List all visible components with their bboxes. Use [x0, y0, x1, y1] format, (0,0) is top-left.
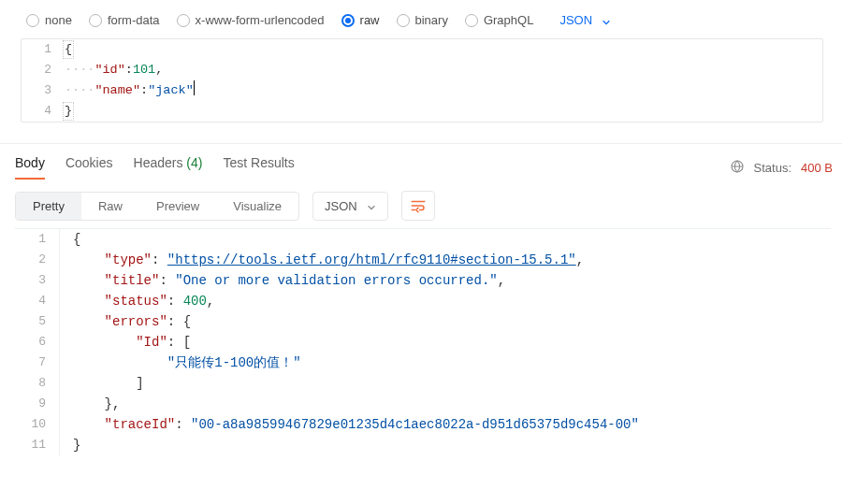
body-format-dropdown[interactable]: JSON: [559, 13, 611, 27]
view-preview-button[interactable]: Preview: [139, 193, 216, 220]
radio-label: form-data: [108, 13, 160, 27]
code-content[interactable]: "status": 400,: [60, 291, 831, 311]
line-number: 7: [15, 353, 60, 373]
radio-label: raw: [360, 13, 380, 27]
view-raw-button[interactable]: Raw: [81, 193, 139, 220]
code-content[interactable]: {: [60, 229, 831, 250]
line-number: 2: [15, 250, 60, 270]
body-type-none[interactable]: none: [26, 13, 72, 27]
body-type-binary[interactable]: binary: [397, 13, 448, 27]
line-number: 4: [22, 101, 65, 122]
body-type-row: noneform-datax-www-form-urlencodedrawbin…: [0, 0, 842, 38]
line-number: 1: [15, 229, 60, 250]
tab-test-results[interactable]: Test Results: [223, 155, 294, 180]
code-line: 6 "Id": [: [15, 332, 831, 353]
body-type-form-data[interactable]: form-data: [89, 13, 160, 27]
code-content[interactable]: "Id": [: [60, 332, 831, 353]
code-line: 3 "title": "One or more validation error…: [15, 270, 831, 291]
code-content[interactable]: "type": "https://tools.ietf.org/html/rfc…: [60, 250, 831, 270]
body-format-label: JSON: [559, 13, 592, 27]
wrap-lines-button[interactable]: [401, 191, 435, 221]
line-number: 1: [22, 39, 65, 60]
code-content[interactable]: ····"name":"jack": [65, 80, 822, 101]
code-content[interactable]: },: [60, 394, 831, 414]
body-type-x-www-form-urlencoded[interactable]: x-www-form-urlencoded: [177, 13, 325, 27]
code-line: 8 ]: [15, 373, 831, 394]
tab-cookies[interactable]: Cookies: [65, 155, 113, 180]
tab-headers-count: (4): [186, 155, 202, 170]
line-number: 3: [22, 80, 65, 101]
code-content[interactable]: "只能传1-100的值！": [60, 353, 831, 373]
body-type-raw[interactable]: raw: [341, 13, 380, 27]
tab-body[interactable]: Body: [15, 155, 45, 180]
code-content[interactable]: "title": "One or more validation errors …: [60, 270, 831, 291]
globe-icon[interactable]: [730, 159, 745, 177]
code-line: 9 },: [15, 394, 831, 414]
view-pretty-button[interactable]: Pretty: [16, 193, 81, 220]
code-line: 1{: [22, 39, 822, 60]
radio-icon: [465, 14, 478, 27]
code-content[interactable]: ····"id":101,: [65, 60, 822, 80]
radio-icon: [26, 14, 39, 27]
code-line: 4 "status": 400,: [15, 291, 831, 311]
chevron-down-icon: [602, 16, 611, 25]
status-value: 400 B: [801, 161, 833, 175]
code-line: 10 "traceId": "00-a8a98599467829e01235d4…: [15, 414, 831, 435]
radio-icon: [89, 14, 102, 27]
text-cursor: [194, 80, 195, 95]
code-content[interactable]: }: [60, 435, 831, 455]
radio-label: x-www-form-urlencoded: [196, 13, 325, 27]
line-number: 5: [15, 311, 60, 332]
body-type-GraphQL[interactable]: GraphQL: [465, 13, 533, 27]
tab-headers[interactable]: Headers (4): [134, 155, 203, 180]
code-line: 2 "type": "https://tools.ietf.org/html/r…: [15, 250, 831, 270]
code-content[interactable]: }: [65, 101, 822, 122]
line-number: 4: [15, 291, 60, 311]
radio-label: GraphQL: [484, 13, 533, 27]
code-content[interactable]: ]: [60, 373, 831, 394]
line-number: 9: [15, 394, 60, 414]
code-content[interactable]: "traceId": "00-a8a98599467829e01235d4c1a…: [60, 414, 831, 435]
line-number: 3: [15, 270, 60, 291]
code-line: 4}: [22, 101, 822, 122]
radio-label: none: [45, 13, 72, 27]
radio-icon: [397, 14, 410, 27]
response-header-row: Body Cookies Headers (4) Test Results St…: [0, 144, 842, 180]
tab-headers-label: Headers: [134, 155, 183, 170]
response-tabs: Body Cookies Headers (4) Test Results: [15, 155, 295, 180]
response-format-label: JSON: [325, 199, 357, 213]
code-content[interactable]: {: [65, 39, 822, 60]
response-format-dropdown[interactable]: JSON: [312, 192, 388, 221]
radio-label: binary: [415, 13, 448, 27]
response-meta: Status: 400 B: [730, 159, 833, 177]
chevron-down-icon: [367, 201, 376, 210]
response-toolbar: Pretty Raw Preview Visualize JSON: [0, 180, 842, 228]
code-line: 3····"name":"jack": [22, 80, 822, 101]
view-mode-group: Pretty Raw Preview Visualize: [15, 192, 299, 221]
line-number: 10: [15, 414, 60, 435]
code-line: 1{: [15, 229, 831, 250]
line-number: 6: [15, 332, 60, 353]
code-line: 11}: [15, 435, 831, 455]
line-number: 11: [15, 435, 60, 455]
code-line: 7 "只能传1-100的值！": [15, 353, 831, 373]
radio-icon: [177, 14, 190, 27]
line-number: 8: [15, 373, 60, 394]
radio-icon: [341, 14, 355, 27]
response-body-viewer[interactable]: 1{2 "type": "https://tools.ietf.org/html…: [15, 228, 831, 455]
code-content[interactable]: "errors": {: [60, 311, 831, 332]
request-body-editor[interactable]: 1{2····"id":101,3····"name":"jack"4}: [21, 38, 823, 122]
status-label: Status:: [754, 161, 791, 175]
code-line: 5 "errors": {: [15, 311, 831, 332]
code-line: 2····"id":101,: [22, 60, 822, 80]
line-number: 2: [22, 60, 65, 80]
view-visualize-button[interactable]: Visualize: [216, 193, 298, 220]
